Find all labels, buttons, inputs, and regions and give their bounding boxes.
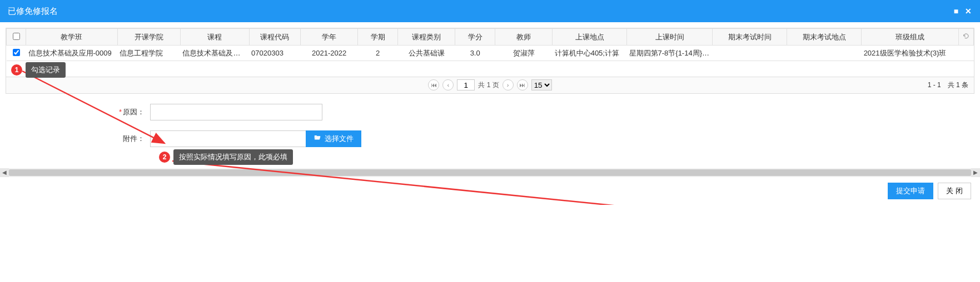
attachment-path-display[interactable] [150,130,306,147]
attachment-row: 附件： 选择文件 [83,130,974,147]
select-all-checkbox[interactable] [13,33,20,40]
cell-time: 星期四第7-8节{1-14周};星 [627,46,713,61]
pagination-bar: ⏮ ‹ 共 1 页 › ⏭ 15 1 - 1 共 1 条 [6,77,974,93]
col-header[interactable]: 班级组成 [862,29,959,46]
col-header[interactable]: 课程代码 [249,29,301,46]
required-mark: * [119,108,122,116]
cell-type: 公共基础课 [398,46,455,61]
window-controls: ■ ✕ [952,7,972,15]
minimize-icon[interactable]: ■ [952,7,960,15]
cell-college: 信息工程学院 [117,46,180,61]
col-header[interactable]: 上课时间 [627,29,713,46]
close-button[interactable]: 关 闭 [938,183,971,199]
pager-prev-button[interactable]: ‹ [442,79,454,90]
cell-teacher: 贺淑萍 [495,46,553,61]
col-header[interactable]: 期末考试地点 [787,29,862,46]
col-header[interactable]: 学分 [455,29,495,46]
cell-code: 07020303 [249,46,301,61]
choose-file-button[interactable]: 选择文件 [306,130,361,147]
col-header[interactable]: 学年 [301,29,358,46]
col-header[interactable]: 上课地点 [553,29,627,46]
col-header[interactable]: 教学班 [26,29,118,46]
cell-examplace [787,46,862,61]
cell-extra [959,46,974,61]
grid-empty-space [7,61,974,77]
col-header[interactable]: 开课学院 [117,29,180,46]
scroll-thumb[interactable] [9,169,971,176]
data-grid: 教学班 开课学院 课程 课程代码 学年 学期 课程类别 学分 教师 上课地点 上… [6,28,974,77]
cell-credit: 3.0 [455,46,495,61]
title-bar: 已修免修报名 ■ ✕ [0,0,980,22]
pager-last-button[interactable]: ⏭ [517,79,528,90]
pager-first-button[interactable]: ⏮ [428,79,439,90]
reason-label: *原因： [83,107,150,117]
cell-place: 计算机中心405;计算 [553,46,627,61]
scroll-left-arrow[interactable]: ◀ [0,168,9,177]
annotation-badge-1: 1 [11,64,22,75]
pager-next-button[interactable]: › [503,79,514,90]
horizontal-scrollbar[interactable]: ◀ ▶ [0,168,980,177]
folder-open-icon [314,134,321,143]
cell-term: 2 [358,46,398,61]
footer-bar: 提交申请 关 闭 [0,177,980,205]
cell-year: 2021-2022 [301,46,358,61]
grid-container: 教学班 开课学院 课程 课程代码 学年 学期 课程类别 学分 教师 上课地点 上… [6,28,974,94]
row-checkbox-cell [7,46,26,61]
col-header[interactable]: 课程 [180,29,249,46]
pager-total-label: 共 1 页 [478,80,499,90]
pager-summary: 1 - 1 共 1 条 [928,80,968,90]
col-header[interactable]: 教师 [495,29,553,46]
cell-examtime [713,46,787,61]
cell-course: 信息技术基础及应用 [180,46,249,61]
col-header[interactable]: 学期 [358,29,398,46]
dialog-title: 已修免修报名 [8,0,58,22]
table-row[interactable]: 信息技术基础及应用-0009 信息工程学院 信息技术基础及应用 07020303… [7,46,974,61]
annotation-tip-2: 按照实际情况填写原因，此项必填 [173,149,293,165]
header-checkbox-cell [7,29,26,46]
attachment-label: 附件： [83,134,150,144]
annotation-badge-2: 2 [159,152,170,163]
reason-input[interactable] [150,104,322,120]
col-header[interactable]: 期末考试时间 [713,29,787,46]
scroll-right-arrow[interactable]: ▶ [971,168,980,177]
close-icon[interactable]: ✕ [964,7,972,15]
col-header[interactable]: 课程类别 [398,29,455,46]
annotation-tip-1: 勾选记录 [26,62,66,78]
reason-row: *原因： [83,104,974,120]
content-area: 教学班 开课学院 课程 课程代码 学年 学期 课程类别 学分 教师 上课地点 上… [0,22,980,168]
cell-group: 2021级医学检验技术(3)班 [862,46,959,61]
submit-button[interactable]: 提交申请 [888,183,933,199]
refresh-header[interactable] [959,29,974,46]
pager-page-input[interactable] [457,79,475,90]
cell-class: 信息技术基础及应用-0009 [26,46,118,61]
form-area: *原因： 附件： 选择文件 [6,94,974,163]
row-checkbox[interactable] [13,49,20,56]
pager-size-select[interactable]: 15 [531,79,552,90]
grid-header-row: 教学班 开课学院 课程 课程代码 学年 学期 课程类别 学分 教师 上课地点 上… [7,29,974,46]
refresh-icon[interactable] [963,33,969,41]
